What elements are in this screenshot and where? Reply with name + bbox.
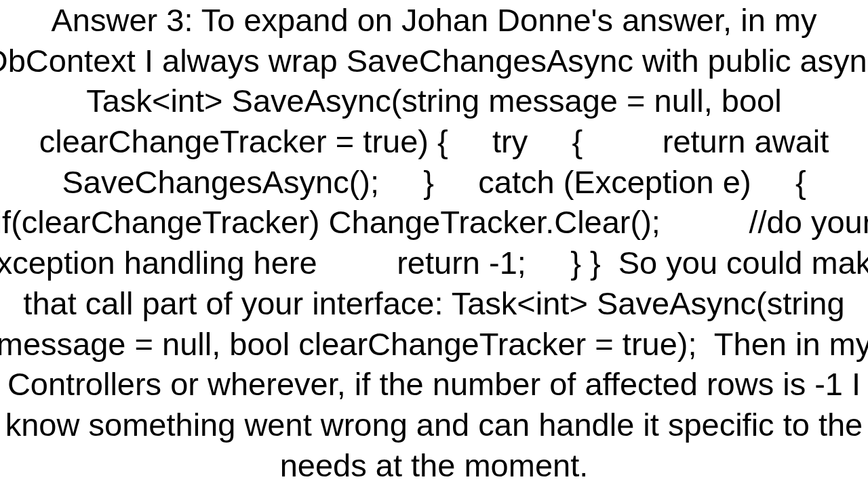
answer-label: Answer 3: (52, 2, 193, 38)
answer-body: To expand on Johan Donne's answer, in my… (0, 2, 868, 483)
answer-text: Answer 3: To expand on Johan Donne's ans… (0, 0, 868, 485)
